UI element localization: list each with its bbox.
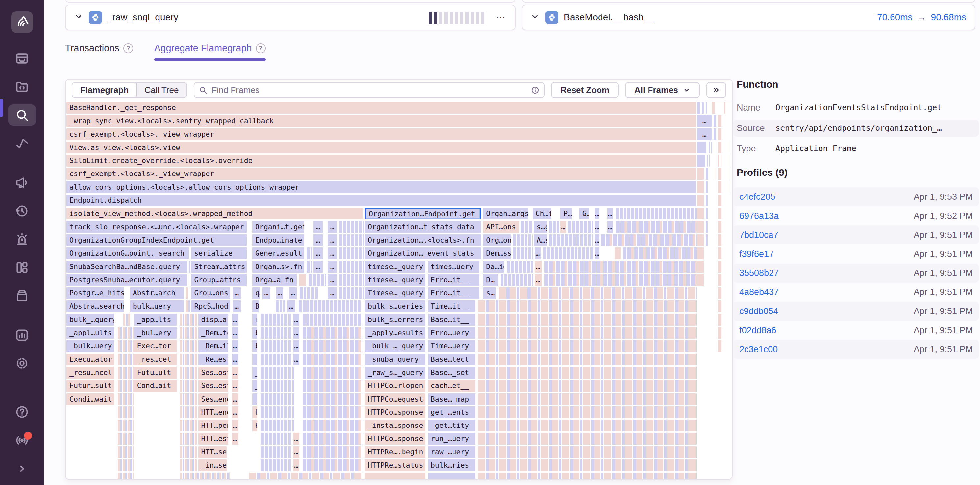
frame-cell[interactable]: Organization…t_stats_data xyxy=(365,221,481,233)
frame-cell[interactable]: … xyxy=(232,353,238,365)
frame-cell-cluster[interactable] xyxy=(307,247,312,259)
info-icon[interactable] xyxy=(531,86,539,96)
frame-cell[interactable] xyxy=(428,472,475,480)
frame-cell-cluster[interactable] xyxy=(478,340,697,352)
frame-cell-cluster[interactable] xyxy=(261,433,291,445)
frame-cell[interactable]: Abstra…search xyxy=(67,300,124,312)
frame-cell[interactable] xyxy=(718,287,721,299)
frame-cell[interactable]: … xyxy=(232,380,238,391)
frame-cell[interactable] xyxy=(718,300,721,312)
frame-cell[interactable]: G… xyxy=(579,208,589,219)
frame-cell[interactable] xyxy=(709,142,710,154)
frame-cell-cluster[interactable] xyxy=(261,420,294,431)
frame-cell-cluster[interactable] xyxy=(339,234,364,246)
frame-cell[interactable] xyxy=(729,142,729,154)
frame-cell-cluster[interactable] xyxy=(261,460,291,471)
frame-cell[interactable]: Time…uery xyxy=(428,340,475,352)
profile-link[interactable]: 4a8eb437 xyxy=(739,287,779,297)
frame-cell[interactable]: Grou…ons xyxy=(191,287,230,299)
frame-cell[interactable] xyxy=(697,195,704,206)
frame-cell[interactable] xyxy=(718,327,721,339)
frame-cell[interactable]: … xyxy=(595,221,599,233)
frame-cell-cluster[interactable] xyxy=(521,221,532,233)
frame-cell-cluster[interactable] xyxy=(261,353,291,365)
frame-cell[interactable]: Time…it__ xyxy=(428,300,475,312)
frame-cell[interactable] xyxy=(697,181,704,193)
frame-cell[interactable]: _app…lts xyxy=(134,314,177,326)
frame-cell[interactable]: … xyxy=(328,261,337,273)
frame-cell[interactable]: Organ…s>.fn xyxy=(252,261,304,273)
frame-cell[interactable]: … xyxy=(293,327,299,339)
frame-cell[interactable]: … xyxy=(697,115,712,127)
sidebar-item-expand[interactable] xyxy=(8,458,36,479)
frame-cell[interactable]: SnubaSearchBa…ndBase.query xyxy=(67,261,187,273)
frame-cell[interactable] xyxy=(718,314,721,326)
frame-cell-cluster[interactable] xyxy=(180,420,197,431)
frame-cell[interactable]: Gener…esult xyxy=(252,247,304,259)
segment-flamegraph[interactable]: Flamegraph xyxy=(72,82,137,98)
frame-cell-cluster[interactable] xyxy=(118,420,133,431)
frame-cell[interactable] xyxy=(721,155,721,166)
frame-cell[interactable]: … xyxy=(608,221,613,233)
duration-after[interactable]: 90.68ms xyxy=(931,12,966,23)
frame-cell[interactable]: … xyxy=(232,314,238,326)
frame-cell[interactable]: s…g xyxy=(534,221,547,233)
frame-cell[interactable] xyxy=(706,195,708,206)
profile-link[interactable]: 7bd10ca7 xyxy=(739,230,778,240)
frame-cell[interactable]: … xyxy=(293,460,299,471)
frame-cell[interactable]: H… xyxy=(252,420,258,431)
frame-cell-cluster[interactable] xyxy=(261,314,291,326)
frame-cell[interactable] xyxy=(706,208,708,219)
frame-cell-cluster[interactable] xyxy=(123,314,130,326)
frame-cell[interactable]: Postgr…e_hits xyxy=(67,287,124,299)
frame-cell[interactable]: _get…tity xyxy=(428,420,475,431)
frame-cell-cluster[interactable] xyxy=(568,221,593,233)
chevron-down-icon[interactable] xyxy=(531,13,539,22)
frame-cell[interactable] xyxy=(714,128,716,140)
frame-cell-cluster[interactable] xyxy=(118,327,133,339)
frame-cell[interactable]: get_…ents xyxy=(428,406,475,418)
frame-cell-cluster[interactable] xyxy=(302,327,363,339)
frame-cell-cluster[interactable] xyxy=(118,340,133,352)
help-icon[interactable]: ? xyxy=(123,43,133,53)
frame-cell[interactable] xyxy=(697,142,706,154)
frame-cell[interactable] xyxy=(697,261,704,273)
frame-cell[interactable]: HTTPCo…sponse xyxy=(365,433,425,445)
frame-cell[interactable]: Stream…attrs xyxy=(191,261,247,273)
frame-cell[interactable] xyxy=(697,155,705,166)
frame-cell[interactable]: _Rem…tch xyxy=(198,327,229,339)
profile-link[interactable]: f02dd8a6 xyxy=(739,325,776,336)
sidebar-item-dashboards[interactable] xyxy=(8,257,36,278)
flamegraph[interactable]: BaseHandler._get_response_wrap_sync_view… xyxy=(66,101,732,480)
frame-cell[interactable]: Erro…it__ xyxy=(428,274,479,286)
frame-cell[interactable]: … xyxy=(535,261,542,273)
frame-cell-cluster[interactable] xyxy=(478,380,697,391)
frame-cell[interactable]: … xyxy=(232,433,238,445)
frame-cell[interactable]: _insta…sponse xyxy=(365,420,425,431)
frame-cell[interactable]: Ch…t xyxy=(533,208,552,219)
frame-cell[interactable] xyxy=(299,274,306,286)
frame-cell-cluster[interactable] xyxy=(302,380,363,391)
frame-cell[interactable]: API…ons xyxy=(483,221,519,233)
profile-link[interactable]: 35508b27 xyxy=(739,268,779,278)
frame-cell[interactable]: Condi…wait xyxy=(67,393,114,405)
frame-cell[interactable] xyxy=(718,195,721,206)
frame-cell[interactable]: … xyxy=(595,234,599,246)
search-input[interactable] xyxy=(194,82,544,98)
profile-link[interactable]: 2c3e1c00 xyxy=(739,344,778,355)
frame-cell-cluster[interactable] xyxy=(118,460,133,471)
frame-cell-cluster[interactable] xyxy=(261,340,291,352)
frame-cell[interactable] xyxy=(729,155,729,166)
frame-cell[interactable] xyxy=(706,102,707,114)
frame-cell-cluster[interactable] xyxy=(261,367,294,379)
frame-cell-cluster[interactable] xyxy=(180,446,197,458)
frame-cell[interactable]: raw_…uery xyxy=(428,446,475,458)
frame-cell[interactable]: _appl…ults xyxy=(67,327,114,339)
frame-cell[interactable] xyxy=(718,168,721,180)
frame-cell-cluster[interactable] xyxy=(118,367,133,379)
frame-cell-cluster[interactable] xyxy=(186,300,190,312)
frame-cell-cluster[interactable] xyxy=(302,340,363,352)
frame-cell[interactable]: RpcS…hod xyxy=(191,300,230,312)
frame-cell-cluster[interactable] xyxy=(501,274,533,286)
frame-cell[interactable]: … xyxy=(535,247,541,259)
